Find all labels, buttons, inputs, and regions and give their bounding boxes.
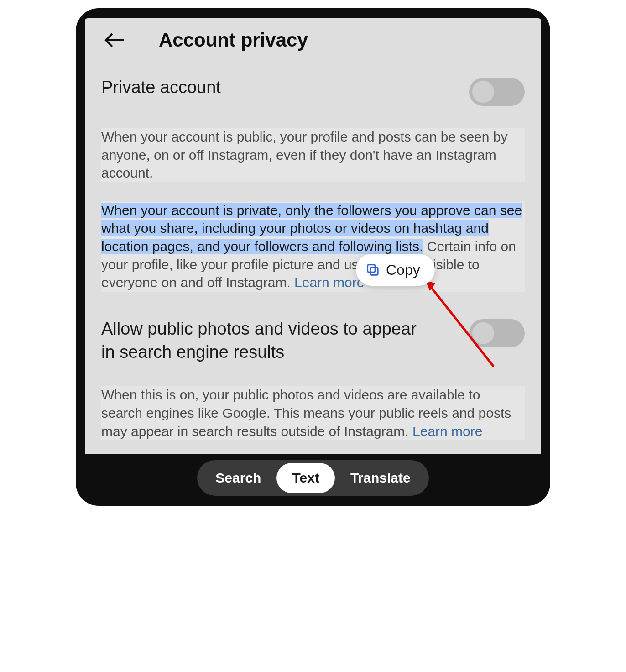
learn-more-link-2[interactable]: Learn more [412, 424, 482, 439]
learn-more-link[interactable]: Learn more [294, 275, 364, 290]
copy-popup[interactable]: Copy [356, 254, 435, 286]
copy-label: Copy [386, 260, 420, 279]
search-engine-toggle[interactable] [469, 319, 525, 347]
svg-rect-1 [370, 268, 378, 275]
search-engine-description: When this is on, your public photos and … [101, 386, 525, 440]
back-arrow-icon[interactable] [103, 31, 127, 50]
search-engine-label: Allow public photos and videos to appear… [101, 317, 430, 364]
private-account-private-description: When your account is private, only the f… [101, 201, 525, 292]
private-account-row: Private account [101, 76, 525, 106]
private-account-public-description: When your account is public, your profil… [101, 128, 525, 182]
tab-translate[interactable]: Translate [335, 463, 426, 493]
header-bar: Account privacy [85, 18, 541, 59]
private-account-toggle[interactable] [469, 78, 525, 106]
app-screen: Account privacy Private account When you… [85, 18, 541, 454]
tab-search[interactable]: Search [200, 463, 276, 493]
svg-rect-2 [368, 265, 375, 272]
mode-pill-group: Search Text Translate [197, 460, 428, 496]
copy-icon [366, 263, 380, 277]
lens-bottom-bar: Search Text Translate [76, 460, 550, 496]
content-area: Private account When your account is pub… [85, 59, 541, 440]
private-account-label: Private account [101, 76, 221, 99]
search-engine-row: Allow public photos and videos to appear… [101, 317, 525, 364]
page-title: Account privacy [159, 29, 308, 51]
tab-text[interactable]: Text [276, 463, 334, 493]
device-frame: Account privacy Private account When you… [76, 8, 550, 506]
